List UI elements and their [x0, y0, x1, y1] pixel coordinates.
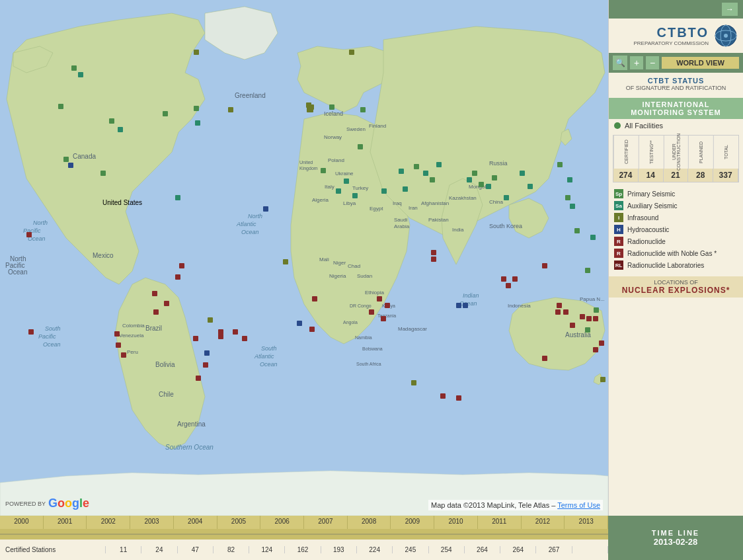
- year-2003[interactable]: 2003: [130, 516, 174, 529]
- svg-text:Sudan: Sudan: [357, 273, 372, 279]
- year-2012[interactable]: 2012: [522, 516, 565, 529]
- terms-of-use-link[interactable]: Terms of Use: [557, 501, 600, 509]
- svg-text:Bolivia: Bolivia: [155, 361, 175, 368]
- timeline-main[interactable]: 2000 2001 2002 2003 2004 2005 2006 2007 …: [0, 516, 608, 560]
- svg-text:Greenland: Greenland: [235, 92, 266, 99]
- svg-rect-78: [194, 106, 199, 111]
- cert-val-2012: 267: [536, 546, 572, 553]
- zoom-out-button[interactable]: −: [646, 56, 659, 69]
- panel-arrow-button[interactable]: →: [722, 3, 738, 16]
- svg-text:Egypt: Egypt: [370, 206, 383, 212]
- svg-rect-145: [218, 334, 223, 339]
- svg-text:Russia: Russia: [489, 160, 508, 167]
- certified-values: 11 24 47 82 124 162 193 224 245 254 264 …: [106, 546, 608, 553]
- svg-rect-135: [116, 342, 121, 348]
- svg-rect-75: [63, 157, 69, 162]
- svg-rect-120: [309, 104, 314, 110]
- svg-text:Mexico: Mexico: [93, 252, 114, 259]
- svg-rect-143: [196, 376, 201, 381]
- svg-rect-100: [352, 193, 358, 198]
- svg-rect-140: [164, 301, 169, 306]
- svg-text:Pacific: Pacific: [23, 227, 41, 234]
- nuclear-locations-small: LOCATIONS OF: [614, 279, 738, 286]
- certified-stations-row: Certified Stations 11 24 47 82 124 162 1…: [0, 540, 608, 560]
- bottom-timeline-container: 2000 2001 2002 2003 2004 2005 2006 2007 …: [0, 516, 743, 560]
- stats-header-planned: PLANNED: [688, 136, 713, 169]
- svg-rect-80: [360, 107, 366, 112]
- year-2004[interactable]: 2004: [174, 516, 217, 529]
- svg-rect-124: [600, 377, 606, 382]
- all-facilities-indicator: [614, 122, 621, 129]
- svg-rect-112: [570, 204, 575, 209]
- cert-val-2000: 11: [106, 546, 141, 553]
- stats-header-total: TOTAL: [713, 136, 738, 169]
- stats-table: CERTIFIED TESTING** UNDER CONSTRUCTION P…: [613, 135, 739, 182]
- svg-text:North: North: [248, 213, 262, 220]
- svg-text:South Korea: South Korea: [489, 223, 522, 229]
- svg-rect-89: [565, 195, 570, 200]
- cert-val-2002: 47: [178, 546, 214, 553]
- legend-radionuclide[interactable]: R Radionuclide: [614, 235, 738, 247]
- svg-rect-72: [71, 65, 77, 71]
- year-2006[interactable]: 2006: [260, 516, 304, 529]
- svg-text:Mali: Mali: [319, 257, 329, 262]
- svg-rect-99: [336, 188, 341, 194]
- svg-text:Indonesia: Indonesia: [508, 303, 531, 309]
- svg-rect-153: [385, 303, 390, 308]
- svg-rect-104: [423, 171, 428, 176]
- svg-rect-165: [563, 309, 568, 315]
- svg-text:India: India: [452, 227, 464, 233]
- year-2011[interactable]: 2011: [478, 516, 522, 529]
- svg-text:Ukraine: Ukraine: [335, 171, 354, 177]
- svg-rect-114: [194, 50, 199, 55]
- svg-rect-157: [456, 395, 461, 401]
- year-2000[interactable]: 2000: [0, 516, 44, 529]
- year-2009[interactable]: 2009: [391, 516, 434, 529]
- svg-rect-73: [58, 104, 63, 109]
- certified-stations-label: Certified Stations: [0, 546, 106, 553]
- radionuclide-noble-icon: R: [614, 249, 623, 258]
- svg-text:Ocean: Ocean: [43, 341, 61, 348]
- svg-text:Venezuela: Venezuela: [119, 333, 144, 339]
- legend-primary-seismic[interactable]: Sp Primary Seismic: [614, 188, 738, 200]
- year-2001[interactable]: 2001: [44, 516, 87, 529]
- legend-radionuclide-noble-gas[interactable]: R Radionuclide with Noble Gas *: [614, 247, 738, 259]
- year-2008[interactable]: 2008: [348, 516, 391, 529]
- svg-text:Turkey: Turkey: [352, 185, 368, 191]
- radionuclide-icon: R: [614, 237, 623, 246]
- auxiliary-seismic-label: Auxiliary Seismic: [627, 202, 678, 210]
- year-2007[interactable]: 2007: [304, 516, 348, 529]
- year-2013[interactable]: 2013: [565, 516, 608, 529]
- year-2005[interactable]: 2005: [217, 516, 261, 529]
- svg-text:Libya: Libya: [343, 200, 356, 206]
- year-2010[interactable]: 2010: [434, 516, 478, 529]
- legend-hydroacoustic[interactable]: H Hydroacoustic: [614, 223, 738, 235]
- year-2002[interactable]: 2002: [87, 516, 130, 529]
- world-view-button[interactable]: WORLD VIEW: [662, 57, 739, 69]
- primary-seismic-label: Primary Seismic: [627, 190, 675, 198]
- legend-infrasound[interactable]: I Infrasound: [614, 212, 738, 223]
- stats-header-certified: CERTIFIED: [613, 136, 639, 169]
- timeline-ticks[interactable]: // Generate tick marks for(let i=0; i<= …: [0, 529, 608, 540]
- all-facilities-row[interactable]: All Facilities: [609, 119, 743, 132]
- svg-rect-141: [193, 336, 198, 341]
- legend-auxiliary-seismic[interactable]: Sa Auxiliary Seismic: [614, 200, 738, 212]
- svg-rect-109: [520, 171, 525, 176]
- cert-val-2007: 224: [357, 546, 393, 553]
- svg-text:Kingdom: Kingdom: [299, 166, 318, 171]
- svg-rect-77: [163, 111, 168, 116]
- legend-radionuclide-labs[interactable]: RL Radionuclide Laboratories: [614, 259, 738, 271]
- svg-text:Sweden: Sweden: [346, 126, 366, 132]
- search-button[interactable]: 🔍: [613, 56, 627, 70]
- svg-text:Pacific: Pacific: [38, 333, 56, 340]
- map-area[interactable]: North Pacific Ocean North Atlantic Ocean…: [0, 0, 608, 516]
- svg-rect-139: [153, 309, 159, 315]
- svg-text:Peru: Peru: [127, 349, 138, 355]
- zoom-in-button[interactable]: +: [630, 56, 643, 69]
- svg-rect-129: [68, 163, 73, 168]
- svg-text:Southern Ocean: Southern Ocean: [165, 444, 214, 451]
- svg-text:DR Congo: DR Congo: [350, 303, 372, 309]
- cert-val-2005: 162: [285, 546, 321, 553]
- stat-planned: 28: [688, 169, 713, 182]
- svg-rect-96: [175, 195, 180, 200]
